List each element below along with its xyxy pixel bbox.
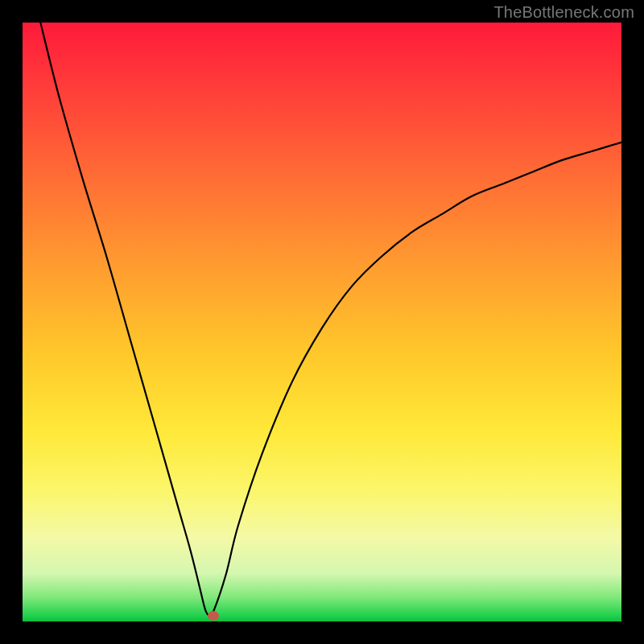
curve-svg	[23, 23, 621, 621]
bottleneck-curve	[40, 23, 621, 616]
chart-frame: TheBottleneck.com	[0, 0, 644, 644]
watermark-text: TheBottleneck.com	[493, 3, 634, 22]
optimal-point-marker	[208, 611, 219, 621]
plot-area	[23, 23, 621, 621]
